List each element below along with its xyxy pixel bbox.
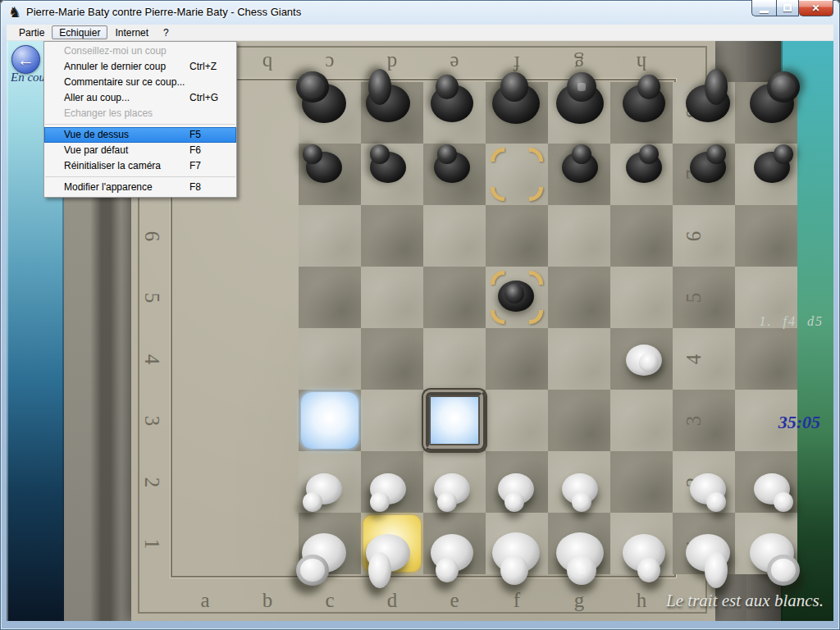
menu-item-shortcut: Ctrl+Z [189, 59, 217, 75]
piece-head [767, 555, 800, 586]
menu-item-label: Echanger les places [64, 106, 153, 121]
close-button[interactable]: ✕ [799, 0, 833, 16]
menu-item-conseillez-moi-un-coup[interactable]: Conseillez-moi un coup [44, 43, 236, 59]
minimize-button[interactable] [751, 0, 776, 16]
rank-label-left-6: 6 [135, 220, 168, 253]
rank-label-left-5: 5 [135, 281, 168, 314]
piece-head [296, 555, 329, 586]
piece-head [706, 492, 726, 512]
back-button[interactable]: ← [11, 45, 40, 74]
menu-item-shortcut: Ctrl+G [189, 90, 218, 106]
highlight-glow-frame-c3[interactable] [423, 390, 486, 451]
rank-label-right-6: 6 [678, 220, 710, 253]
file-label-bottom-b: b [251, 584, 284, 617]
chess-board [299, 82, 797, 574]
piece-head [637, 75, 660, 99]
square-c6[interactable] [423, 205, 486, 267]
menu-item-echanger-les-places[interactable]: Echanger les places [44, 106, 236, 121]
marker-corner-tl [491, 271, 504, 285]
square-h4[interactable] [735, 328, 797, 390]
square-d6[interactable] [486, 205, 548, 267]
square-f6[interactable] [610, 205, 673, 267]
square-b4[interactable] [361, 328, 423, 390]
square-a4[interactable] [299, 328, 361, 390]
square-c5[interactable] [423, 267, 486, 328]
square-e5[interactable] [548, 267, 610, 328]
menubar-item-echiquier[interactable]: Echiquier [52, 25, 107, 39]
rank-label-left-4: 4 [135, 343, 168, 376]
piece-head [370, 492, 390, 512]
menu-item-label: Conseillez-moi un coup [64, 43, 167, 59]
piece-head [437, 492, 457, 512]
piece-head [774, 492, 793, 512]
menu-item-label: Réinitialiser la caméra [64, 158, 161, 174]
menubar-item-partie[interactable]: Partie [11, 25, 52, 39]
square-f5[interactable] [610, 267, 673, 328]
square-a6[interactable] [299, 205, 361, 267]
marker-corner-bl [491, 310, 504, 324]
rank-label-right-4: 4 [678, 343, 710, 376]
piece-head [705, 69, 728, 105]
rank-label-left-1: 1 [135, 527, 168, 560]
menu-item-shortcut: F6 [189, 143, 201, 158]
marker-corner-bl [491, 187, 504, 201]
titlebar[interactable]: ♞ Pierre-Marie Baty contre Pierre-Marie … [0, 0, 840, 25]
square-a5[interactable] [299, 267, 361, 328]
square-f2[interactable] [610, 451, 673, 513]
close-icon: ✕ [811, 2, 819, 14]
menu-item-annuler-le-dernier-coup[interactable]: Annuler le dernier coupCtrl+Z [44, 59, 236, 75]
square-f3[interactable] [610, 390, 673, 451]
menu-separator [45, 124, 235, 125]
menu-item-label: Vue par défaut [64, 143, 128, 158]
piece-head [368, 69, 391, 105]
square-e4[interactable] [548, 328, 610, 390]
piece-head [303, 144, 322, 164]
piece-head [370, 144, 390, 164]
menubar-item-?[interactable]: ? [156, 25, 176, 39]
menu-item-vue-de-dessus[interactable]: Vue de dessusF5 [44, 127, 236, 143]
menu-item-aller-au-coup[interactable]: Aller au coup...Ctrl+G [44, 90, 236, 106]
square-c4[interactable] [423, 328, 486, 390]
file-label-top-b: b [251, 47, 284, 80]
piece-head [637, 558, 660, 582]
echiquier-menu: Conseillez-moi un coupAnnuler le dernier… [43, 41, 237, 198]
square-b5[interactable] [361, 267, 423, 328]
piece-head [572, 492, 591, 512]
menu-item-modifier-l-apparence[interactable]: Modifier l'apparenceF8 [44, 180, 236, 195]
square-e6[interactable] [548, 205, 610, 267]
menu-item-vue-par-defaut[interactable]: Vue par défautF6 [44, 143, 236, 158]
square-b3[interactable] [361, 390, 423, 451]
menu-item-commentaire-sur-ce-coup[interactable]: Commentaire sur ce coup... [44, 75, 236, 90]
minimize-icon [760, 11, 769, 13]
move-list: 1. f4 d5 [760, 314, 824, 329]
window-title: Pierre-Marie Baty contre Pierre-Marie Ba… [26, 0, 301, 25]
marker-corner-br [529, 187, 543, 201]
menubar-item-internet[interactable]: Internet [107, 25, 156, 39]
file-label-bottom-h: h [625, 584, 658, 617]
square-e3[interactable] [548, 390, 610, 451]
rank-label-right-5: 5 [678, 281, 710, 314]
piece-head [500, 555, 528, 585]
app-icon: ♞ [8, 3, 21, 21]
piece-head [296, 71, 329, 103]
menubar: PartieEchiquierInternet? [7, 25, 833, 41]
maximize-button[interactable] [776, 0, 799, 16]
file-label-bottom-a: a [189, 584, 221, 617]
maximize-icon [783, 4, 792, 11]
menu-item-reinitialiser-la-camera[interactable]: Réinitialiser la caméraF7 [44, 158, 236, 174]
menu-separator [45, 176, 235, 177]
turn-status: Le trait est aux blancs. [666, 591, 824, 611]
menu-item-label: Vue de dessus [64, 127, 129, 143]
square-d4[interactable] [486, 328, 548, 390]
file-label-bottom-g: g [563, 584, 596, 617]
menu-item-label: Modifier l'apparence [64, 180, 153, 195]
square-b6[interactable] [361, 205, 423, 267]
move-marker-d7 [491, 148, 543, 201]
file-label-bottom-e: e [438, 584, 471, 617]
square-h6[interactable] [735, 205, 797, 267]
menu-item-shortcut: F7 [189, 158, 201, 174]
rank-label-left-3: 3 [135, 404, 168, 437]
piece-head [504, 284, 524, 304]
square-d3[interactable] [486, 390, 548, 451]
piece-head [436, 75, 459, 99]
